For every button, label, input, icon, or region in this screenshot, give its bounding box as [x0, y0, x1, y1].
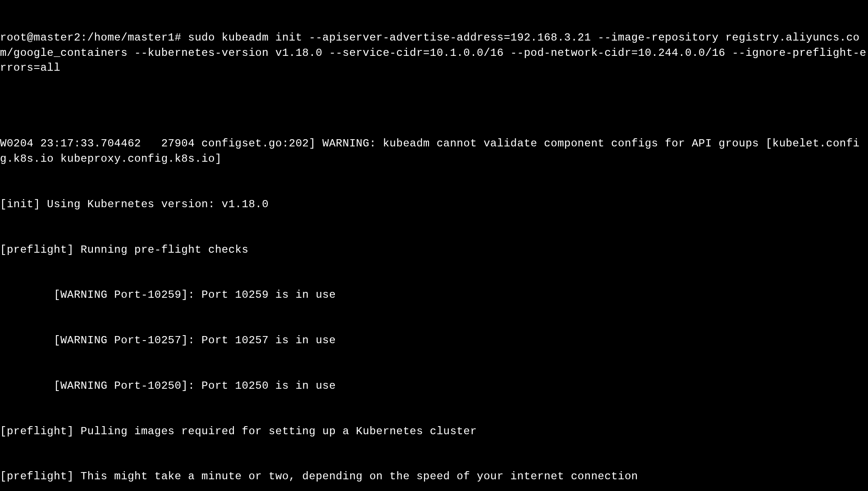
output-line: W0204 23:17:33.704462 27904 configset.go… [0, 136, 868, 166]
output-line: [WARNING Port-10257]: Port 10257 is in u… [0, 333, 868, 348]
terminal-output: W0204 23:17:33.704462 27904 configset.go… [0, 106, 868, 491]
terminal-window[interactable]: root@master2:/home/master1# sudo kubeadm… [0, 0, 868, 491]
output-line: [preflight] Running pre-flight checks [0, 242, 868, 258]
output-line: [WARNING Port-10250]: Port 10250 is in u… [0, 378, 868, 394]
output-line: [preflight] Pulling images required for … [0, 424, 868, 439]
shell-prompt: root@master2:/home/master1# [0, 32, 188, 44]
output-line: [init] Using Kubernetes version: v1.18.0 [0, 197, 868, 212]
output-line: [preflight] This might take a minute or … [0, 469, 868, 484]
output-line: [WARNING Port-10259]: Port 10259 is in u… [0, 287, 868, 303]
command-line: root@master2:/home/master1# sudo kubeadm… [0, 30, 868, 76]
